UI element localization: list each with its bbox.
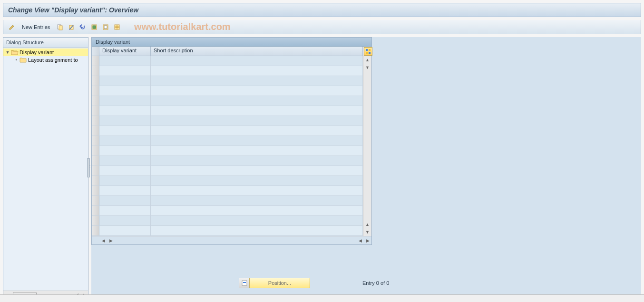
- table-row[interactable]: [92, 186, 363, 196]
- select-all-button[interactable]: [89, 22, 99, 32]
- cell-display-variant[interactable]: [99, 106, 151, 116]
- cell-display-variant[interactable]: [99, 56, 151, 66]
- table-row[interactable]: [92, 206, 363, 216]
- row-selector[interactable]: [92, 56, 99, 66]
- row-selector[interactable]: [92, 126, 99, 136]
- row-selector-header[interactable]: [92, 47, 99, 56]
- cell-display-variant[interactable]: [99, 186, 151, 195]
- cell-short-description[interactable]: [151, 206, 363, 215]
- scroll-right-icon[interactable]: ▶: [364, 237, 371, 244]
- row-selector[interactable]: [92, 156, 99, 166]
- column-header-short-description[interactable]: Short description: [151, 47, 363, 56]
- cell-display-variant[interactable]: [99, 196, 151, 205]
- cell-short-description[interactable]: [151, 86, 363, 96]
- cell-short-description[interactable]: [151, 196, 363, 205]
- cell-short-description[interactable]: [151, 176, 363, 185]
- cell-short-description[interactable]: [151, 126, 363, 136]
- table-row[interactable]: [92, 116, 363, 126]
- cell-display-variant[interactable]: [99, 226, 151, 235]
- delete-button[interactable]: [67, 22, 76, 32]
- cell-short-description[interactable]: [151, 76, 363, 86]
- scrollbar-track[interactable]: [363, 71, 371, 221]
- table-row[interactable]: [92, 66, 363, 76]
- row-selector[interactable]: [92, 86, 99, 96]
- cell-display-variant[interactable]: [99, 156, 151, 166]
- table-row[interactable]: [92, 156, 363, 166]
- scroll-up-icon[interactable]: ▲: [363, 221, 371, 228]
- cell-display-variant[interactable]: [99, 76, 151, 86]
- row-selector[interactable]: [92, 76, 99, 86]
- cell-short-description[interactable]: [151, 226, 363, 235]
- table-config-button[interactable]: [364, 47, 372, 56]
- table-horizontal-scrollbar[interactable]: ◀ ▶ ◀ ▶: [92, 236, 371, 244]
- cell-display-variant[interactable]: [99, 86, 151, 96]
- deselect-all-button[interactable]: [101, 22, 110, 32]
- cell-display-variant[interactable]: [99, 206, 151, 215]
- table-vertical-scrollbar[interactable]: ▲ ▼ ▲ ▼: [363, 47, 371, 236]
- cell-short-description[interactable]: [151, 156, 363, 166]
- tree-item-display-variant[interactable]: ▼ Display variant: [3, 49, 88, 56]
- tree-item-layout-assignment[interactable]: • Layout assignment to: [3, 56, 88, 64]
- cell-short-description[interactable]: [151, 66, 363, 76]
- splitter-handle[interactable]: [87, 158, 90, 177]
- row-selector[interactable]: [92, 196, 99, 205]
- cell-short-description[interactable]: [151, 146, 363, 156]
- row-selector[interactable]: [92, 186, 99, 195]
- cell-short-description[interactable]: [151, 136, 363, 146]
- row-selector[interactable]: [92, 136, 99, 146]
- cell-display-variant[interactable]: [99, 166, 151, 175]
- scroll-down-icon[interactable]: ▼: [363, 228, 371, 236]
- table-row[interactable]: [92, 96, 363, 106]
- cell-short-description[interactable]: [151, 166, 363, 175]
- table-row[interactable]: [92, 56, 363, 66]
- table-row[interactable]: [92, 196, 363, 206]
- table-row[interactable]: [92, 176, 363, 186]
- cell-display-variant[interactable]: [99, 216, 151, 225]
- cell-display-variant[interactable]: [99, 136, 151, 146]
- cell-short-description[interactable]: [151, 216, 363, 225]
- cell-display-variant[interactable]: [99, 116, 151, 126]
- row-selector[interactable]: [92, 146, 99, 156]
- table-view-button[interactable]: [112, 22, 122, 32]
- row-selector[interactable]: [92, 216, 99, 225]
- row-selector[interactable]: [92, 206, 99, 215]
- table-row[interactable]: [92, 136, 363, 146]
- table-row[interactable]: [92, 216, 363, 226]
- scroll-left-icon[interactable]: ◀: [356, 237, 364, 244]
- scroll-right-icon[interactable]: ▶: [107, 237, 115, 244]
- cell-display-variant[interactable]: [99, 176, 151, 185]
- scroll-up-icon[interactable]: ▲: [363, 56, 371, 64]
- position-button[interactable]: Position...: [239, 278, 310, 288]
- cell-short-description[interactable]: [151, 186, 363, 195]
- row-selector[interactable]: [92, 166, 99, 175]
- new-entries-button[interactable]: New Entries: [19, 23, 53, 31]
- cell-display-variant[interactable]: [99, 126, 151, 136]
- row-selector[interactable]: [92, 226, 99, 235]
- cell-short-description[interactable]: [151, 96, 363, 106]
- table-row[interactable]: [92, 166, 363, 176]
- cell-display-variant[interactable]: [99, 146, 151, 156]
- scroll-down-icon[interactable]: ▼: [363, 64, 371, 71]
- table-row[interactable]: [92, 106, 363, 116]
- cell-short-description[interactable]: [151, 106, 363, 116]
- column-header-display-variant[interactable]: Display variant: [99, 47, 151, 56]
- cell-short-description[interactable]: [151, 116, 363, 126]
- row-selector[interactable]: [92, 116, 99, 126]
- cell-display-variant[interactable]: [99, 66, 151, 76]
- cell-short-description[interactable]: [151, 56, 363, 66]
- toggle-change-button[interactable]: [7, 22, 17, 32]
- table-row[interactable]: [92, 76, 363, 86]
- row-selector[interactable]: [92, 176, 99, 185]
- row-selector[interactable]: [92, 106, 99, 116]
- table-row[interactable]: [92, 226, 363, 236]
- cell-display-variant[interactable]: [99, 96, 151, 106]
- undo-button[interactable]: [78, 22, 88, 32]
- scroll-left-icon[interactable]: ◀: [99, 237, 107, 244]
- table-row[interactable]: [92, 126, 363, 136]
- tree-expander-icon[interactable]: ▼: [5, 50, 10, 55]
- table-row[interactable]: [92, 86, 363, 96]
- row-selector[interactable]: [92, 96, 99, 106]
- table-row[interactable]: [92, 146, 363, 156]
- copy-button[interactable]: [55, 22, 65, 32]
- row-selector[interactable]: [92, 66, 99, 76]
